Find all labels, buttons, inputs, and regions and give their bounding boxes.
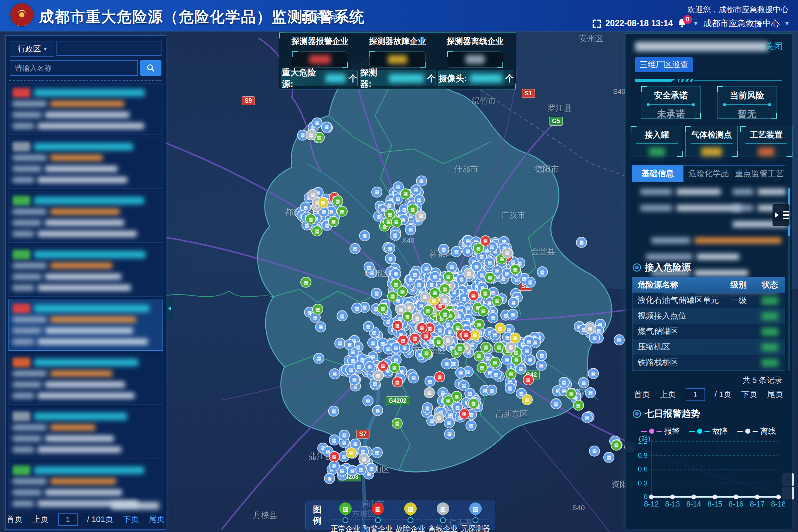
map-marker[interactable]	[360, 231, 369, 241]
map-marker[interactable]	[410, 270, 420, 279]
map-marker[interactable]	[522, 395, 532, 405]
company-list-item[interactable]	[8, 245, 163, 297]
map-marker[interactable]	[416, 211, 426, 221]
map-marker[interactable]	[391, 279, 401, 289]
map-marker[interactable]	[463, 246, 473, 256]
map-marker[interactable]	[367, 464, 376, 473]
company-list-item[interactable]	[8, 299, 163, 351]
map-marker[interactable]	[420, 292, 430, 302]
map-marker[interactable]	[410, 334, 420, 343]
map-marker[interactable]	[505, 383, 515, 393]
company-list-item[interactable]	[8, 83, 163, 135]
map-marker[interactable]	[345, 340, 354, 349]
close-panel-link[interactable]: 关闭	[765, 40, 783, 52]
map-marker[interactable]	[393, 377, 402, 387]
map-marker[interactable]	[340, 430, 349, 440]
prev-page-button[interactable]: 上页	[660, 389, 676, 400]
map-marker[interactable]	[439, 245, 449, 254]
map-marker[interactable]	[460, 409, 469, 419]
chevron-down-icon[interactable]: ▼	[784, 20, 790, 27]
map-marker[interactable]	[430, 288, 440, 298]
table-row[interactable]: 燃气储罐区	[632, 324, 785, 339]
map-marker[interactable]	[444, 418, 454, 427]
map-marker[interactable]	[488, 313, 498, 323]
map-marker[interactable]	[470, 330, 480, 340]
map-marker[interactable]	[579, 378, 589, 388]
last-page-button[interactable]: 尾页	[149, 514, 165, 525]
table-row[interactable]: 压缩机区	[632, 339, 785, 355]
notification-bell[interactable]: 0	[677, 18, 688, 29]
map-marker[interactable]	[460, 293, 469, 303]
company-list-item[interactable]	[8, 137, 163, 189]
map-marker[interactable]	[511, 265, 520, 274]
map-marker[interactable]	[590, 446, 599, 456]
org-account[interactable]: 成都市应急救援中心	[703, 18, 780, 29]
map-marker[interactable]	[352, 303, 362, 313]
map-marker[interactable]	[392, 419, 402, 428]
tab-危险化学品[interactable]: 危险化学品	[683, 166, 734, 182]
map-marker[interactable]	[566, 389, 576, 399]
map-marker[interactable]	[559, 378, 569, 387]
map-marker[interactable]	[585, 324, 595, 334]
chart-legend-item[interactable]: 报警	[641, 426, 680, 436]
map-marker[interactable]	[469, 399, 478, 408]
map-marker[interactable]	[447, 262, 457, 272]
map-marker[interactable]	[456, 368, 466, 378]
map-marker[interactable]	[335, 338, 345, 348]
last-page-button[interactable]: 尾页	[767, 389, 783, 400]
map-marker[interactable]	[417, 176, 426, 186]
sidebar-collapse-handle[interactable]	[166, 295, 173, 322]
map-marker[interactable]	[351, 439, 360, 449]
search-button[interactable]	[140, 60, 161, 76]
map-marker[interactable]	[443, 396, 453, 406]
map-marker[interactable]	[491, 369, 501, 379]
map-marker[interactable]	[492, 266, 502, 276]
map-marker[interactable]	[442, 359, 451, 369]
map-marker[interactable]	[522, 346, 532, 355]
map-marker[interactable]	[459, 381, 469, 391]
map-marker[interactable]	[364, 322, 373, 331]
map-marker[interactable]	[393, 321, 402, 330]
first-page-button[interactable]: 首页	[634, 389, 650, 400]
map-marker[interactable]	[425, 376, 435, 386]
next-page-button[interactable]: 下页	[123, 514, 139, 525]
map-marker[interactable]	[314, 354, 324, 363]
map-marker[interactable]	[391, 231, 400, 240]
plant-3d-tour-button[interactable]: 三维厂区巡查	[635, 57, 693, 72]
map-marker[interactable]	[391, 343, 401, 352]
chart-legend-item[interactable]: 离线	[737, 426, 776, 436]
map-marker[interactable]	[408, 204, 417, 214]
map-marker[interactable]	[378, 361, 388, 371]
map-marker[interactable]	[298, 130, 307, 140]
map-marker[interactable]	[365, 362, 375, 372]
map-marker[interactable]	[494, 342, 504, 352]
map-marker[interactable]	[374, 371, 383, 381]
tab-基础信息[interactable]: 基础信息	[632, 166, 683, 182]
map-marker[interactable]	[506, 369, 516, 379]
map-marker[interactable]	[363, 396, 373, 406]
map-marker[interactable]	[604, 453, 614, 462]
map-marker[interactable]	[464, 269, 474, 278]
map-marker[interactable]	[330, 435, 339, 445]
map-marker[interactable]	[444, 272, 453, 282]
map-marker[interactable]	[611, 440, 621, 450]
map-marker[interactable]	[477, 363, 487, 372]
search-input[interactable]	[10, 60, 138, 76]
map-marker[interactable]	[372, 187, 382, 197]
map-marker[interactable]	[347, 448, 356, 458]
map-marker[interactable]	[481, 289, 490, 298]
map-marker[interactable]	[350, 244, 360, 253]
map-marker[interactable]	[551, 399, 561, 409]
company-list-item[interactable]	[8, 407, 163, 458]
map-marker[interactable]	[455, 344, 465, 353]
map-marker[interactable]	[511, 333, 520, 343]
tab-重点监管工艺[interactable]: 重点监管工艺	[734, 166, 785, 182]
map-marker[interactable]	[440, 284, 450, 294]
map-marker[interactable]	[318, 198, 328, 207]
fullscreen-icon[interactable]	[593, 20, 601, 28]
map-marker[interactable]	[614, 335, 624, 345]
prev-page-button[interactable]: 上页	[33, 514, 49, 525]
company-list-item[interactable]	[8, 353, 163, 405]
chart-legend-item[interactable]: 故障	[689, 426, 728, 436]
map-marker[interactable]	[354, 361, 364, 371]
